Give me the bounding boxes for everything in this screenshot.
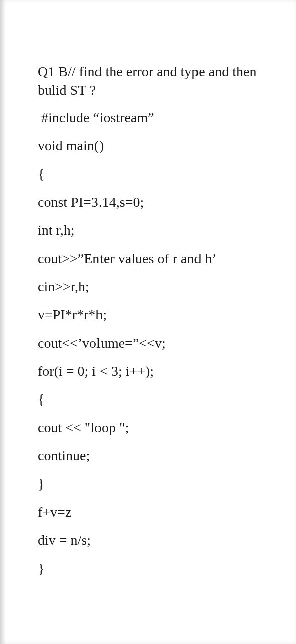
question-header: Q1 B// find the error and type and then …	[38, 63, 266, 100]
code-line: #include “iostream”	[38, 111, 266, 125]
code-line: void main()	[38, 139, 266, 153]
code-line: {	[38, 167, 266, 181]
code-line: div = n/s;	[38, 533, 266, 547]
code-line: cout>>”Enter values of r and h’	[38, 252, 266, 266]
code-line: v=PI*r*r*h;	[38, 308, 266, 322]
code-line: cout << "loop ";	[38, 421, 266, 435]
code-line: cin>>r,h;	[38, 280, 266, 294]
code-line: const PI=3.14,s=0;	[38, 195, 266, 209]
code-line: f+v=z	[38, 505, 266, 519]
code-line: {	[38, 392, 266, 407]
code-line: int r,h;	[38, 223, 266, 237]
code-line: for(i = 0; i < 3; i++);	[38, 364, 266, 378]
code-line: continue;	[38, 449, 266, 463]
document-page: Q1 B// find the error and type and then …	[0, 0, 296, 644]
code-line: }	[38, 477, 266, 491]
code-line: }	[38, 561, 266, 576]
page-edge-shadow	[0, 0, 6, 644]
code-line: cout<<’volume=”<<v;	[38, 336, 266, 350]
